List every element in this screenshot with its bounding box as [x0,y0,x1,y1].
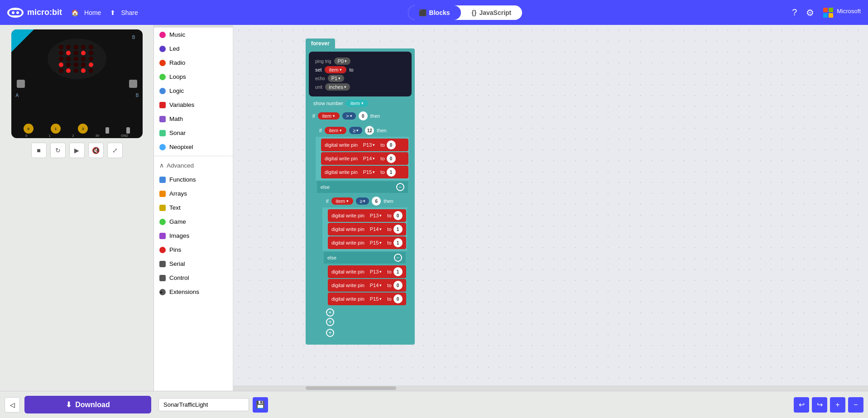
sidebar-item-control[interactable]: Control [154,271,233,285]
item-pill[interactable]: item▾ [325,66,347,73]
sidebar-item-math[interactable]: Math [154,112,233,126]
inner-if-body: if item▾ ≥▾ 12 then digital write pin [309,122,412,342]
else-item-pill[interactable]: item▾ [331,197,354,205]
debug-button[interactable]: ▶ [69,143,85,158]
restart-button[interactable]: ↻ [50,143,66,158]
sidebar-item-extensions[interactable]: + Extensions [154,285,233,299]
forever-block[interactable]: forever ping trig P0 set item▾ to [306,38,415,345]
advanced-header[interactable]: ∧ Advanced [154,158,233,173]
inner-item-label: item [329,128,339,133]
digital-write-p13-3[interactable]: digital write pin P13 to 1 [328,265,406,278]
home-nav[interactable]: 🏠 Home [69,9,101,16]
p13-dd-2[interactable]: P13 [366,212,386,219]
filename-input[interactable] [158,398,249,411]
sidebar-item-music[interactable]: Music [154,28,233,42]
show-item-pill[interactable]: item▾ [346,100,368,107]
zoom-in-button[interactable]: + [830,397,845,413]
sonar-label: Sonar [169,130,186,136]
mute-button[interactable]: 🔇 [88,143,104,158]
sidebar-item-pins[interactable]: Pins [154,243,233,257]
button-a[interactable] [17,80,25,88]
sidebar-item-sonar[interactable]: Sonar [154,126,233,140]
else-item-label: item [336,198,345,204]
unit-label: unit [315,85,322,90]
expand-button[interactable]: ◁ [5,397,20,413]
logic-label: Logic [169,87,184,94]
else-if-header: if item▾ ≥▾ 6 then [322,195,407,207]
sidebar-item-images[interactable]: Images [154,229,233,243]
blocks-mode-button[interactable]: ⬛ Blocks [408,5,461,20]
val-0-p14: 0 [387,154,396,163]
redo-button[interactable]: ↪ [812,397,827,413]
sidebar-item-functions[interactable]: Functions [154,173,233,187]
sidebar-item-serial[interactable]: Serial [154,257,233,271]
workspace[interactable]: forever ping trig P0 set item▾ to [233,25,868,391]
gte2-dropdown[interactable]: ≥▾ [356,197,369,205]
gte-dropdown[interactable]: ≥▾ [349,127,362,134]
minus-circle-2[interactable]: − [394,254,402,262]
sim-controls: ■ ↻ ▶ 🔇 ⤢ [31,143,123,158]
digital-write-p14-1[interactable]: digital write pin P14 to 0 [321,152,408,165]
logo-text: micro:bit [27,8,62,17]
save-button[interactable]: 💾 [253,397,268,413]
horizontal-scrollbar[interactable] [233,385,868,391]
sidebar-item-radio[interactable]: Radio [154,56,233,70]
button-b[interactable] [129,80,137,88]
p15-dd-2[interactable]: P15 [366,239,386,246]
sidebar-item-logic[interactable]: Logic [154,84,233,98]
p14-dd-2[interactable]: P14 [366,226,386,233]
led-1-4 [89,51,93,55]
p15-dd-1[interactable]: P15 [360,168,379,176]
inner-item-pill[interactable]: item▾ [325,127,347,134]
if-item-pill[interactable]: item▾ [318,112,340,120]
sidebar-item-led[interactable]: Led [154,42,233,56]
digital-write-p15-1[interactable]: digital write pin P15 to 1 [321,166,408,178]
p14-dd-3[interactable]: P14 [366,282,386,289]
else-if-block[interactable]: if item▾ ≥▾ 6 then dig [322,195,407,338]
digital-write-p15-2[interactable]: digital write pin P15 to 1 [328,236,406,249]
sidebar-item-text[interactable]: Text [154,201,233,215]
outer-if-block[interactable]: if item▾ >▾ 0 then if item▾ [309,110,412,342]
sidebar-item-variables[interactable]: Variables [154,98,233,112]
digital-write-p15-3[interactable]: digital write pin P15 to 0 [328,293,406,305]
digital-write-p13-2[interactable]: digital write pin P13 to 0 [328,209,406,222]
pin-2: 2 [78,124,88,134]
p13-dd-3[interactable]: P13 [366,268,386,275]
undo-button[interactable]: ↩ [794,397,809,413]
p1-dropdown[interactable]: P1 [328,75,344,82]
stop-button[interactable]: ■ [31,143,47,158]
show-number-block[interactable]: show number item▾ [309,98,412,109]
javascript-mode-button[interactable]: {} JavaScript [461,5,523,20]
p13-dd-1[interactable]: P13 [360,141,379,149]
minus-circle-1[interactable]: − [396,183,404,191]
fullscreen-button[interactable]: ⤢ [107,143,123,158]
digital-write-p13-1[interactable]: digital write pin P13 to 0 [321,139,408,151]
sidebar-item-neopixel[interactable]: Neopixel [154,140,233,154]
plus-circle-1[interactable]: + [326,308,334,317]
outer-if-header: if item▾ >▾ 0 then [309,110,412,122]
p0-dropdown[interactable]: P0 [334,58,350,65]
set-item-block[interactable]: ping trig P0 set item▾ to echo P1 [309,52,412,96]
help-icon[interactable]: ? [792,7,797,18]
inner-if-block[interactable]: if item▾ ≥▾ 12 then digital write pin [316,124,409,340]
plus-circle-2[interactable]: + [326,318,334,326]
plus-circle-3[interactable]: + [326,329,334,337]
settings-icon[interactable]: ⚙ [806,7,814,18]
radio-label: Radio [169,59,185,66]
sidebar-item-loops[interactable]: Loops [154,70,233,84]
zoom-out-button[interactable]: − [848,397,863,413]
unit-row: unit inches [315,83,405,91]
functions-icon [159,177,166,183]
share-nav[interactable]: ⬆ Share [108,9,138,16]
inches-dropdown[interactable]: inches [325,83,350,91]
gt-dropdown[interactable]: >▾ [342,112,355,120]
download-button[interactable]: ⬇ Download [24,396,151,413]
led-3-3 [81,62,86,67]
sidebar-item-game[interactable]: Game [154,215,233,229]
digital-write-p14-3[interactable]: digital write pin P14 to 0 [328,279,406,292]
p15-dd-3[interactable]: P15 [366,295,386,303]
sidebar-item-arrays[interactable]: Arrays [154,187,233,201]
p14-dd-1[interactable]: P14 [360,155,379,162]
simulator-panel: A B B 0 1 2 0 1 2 3V GND ■ [0,25,154,391]
digital-write-p14-2[interactable]: digital write pin P14 to 1 [328,223,406,235]
